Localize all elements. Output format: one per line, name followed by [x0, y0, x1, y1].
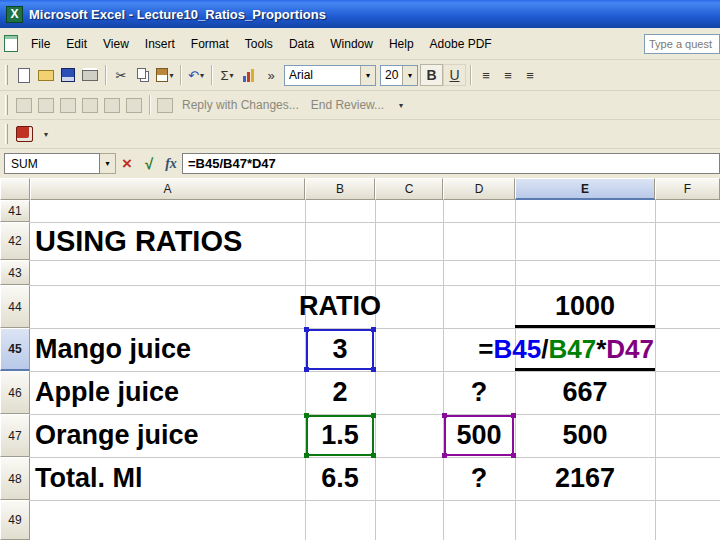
toolbar-grip[interactable] [5, 124, 8, 144]
cell-d48[interactable]: ? [443, 457, 515, 500]
row-header-43[interactable]: 43 [0, 260, 30, 285]
font-size-value: 20 [385, 68, 398, 82]
column-header-e[interactable]: E [515, 178, 655, 200]
column-header-a[interactable]: A [30, 178, 305, 200]
cell-e46[interactable]: 667 [515, 371, 655, 414]
underline-button[interactable]: U [443, 64, 466, 86]
row-header-48[interactable]: 48 [0, 457, 30, 500]
cell-a45[interactable]: Mango juice [32, 328, 304, 371]
cell-grid[interactable]: USING RATIOS RATIO 1000 Mango juice 3 =B… [30, 200, 720, 540]
font-name-combo[interactable]: Arial▾ [284, 65, 376, 86]
dropdown-icon: ▾ [105, 159, 109, 168]
show-comment-icon [82, 98, 98, 113]
type-question-box[interactable] [644, 34, 720, 54]
convert-to-pdf-button[interactable] [13, 123, 35, 145]
align-center-button[interactable]: ≡ [497, 64, 519, 86]
column-header-f[interactable]: F [655, 178, 720, 200]
reply-with-changes-button[interactable]: Reply with Changes... [176, 98, 305, 112]
bold-button[interactable]: B [420, 64, 443, 86]
review-dropdown[interactable]: ▾ [390, 94, 412, 116]
chart-wizard-button[interactable] [238, 64, 260, 86]
copy-button[interactable] [132, 64, 154, 86]
toolbar-separator [105, 65, 106, 85]
review-button-7[interactable] [154, 94, 176, 116]
menu-insert[interactable]: Insert [137, 33, 183, 55]
formula-input[interactable]: =B45/B47*D47 [182, 153, 720, 174]
cell-b48[interactable]: 6.5 [305, 457, 375, 500]
menu-data[interactable]: Data [281, 33, 322, 55]
worksheet-menu-icon[interactable] [4, 35, 18, 52]
name-box-dropdown[interactable]: ▾ [100, 153, 116, 174]
cell-b44[interactable]: RATIO [305, 285, 375, 328]
toolbar-separator [149, 95, 150, 115]
select-all-corner[interactable] [0, 178, 30, 200]
name-box[interactable]: SUM [4, 153, 100, 174]
row-header-45[interactable]: 45 [0, 328, 30, 371]
title-bar[interactable]: X Microsoft Excel - Lecture10_Ratios_Pro… [0, 0, 720, 28]
save-floppy-icon [61, 68, 75, 82]
formula-multiply: * [596, 334, 606, 365]
cell-a42[interactable]: USING RATIOS [32, 222, 352, 260]
font-size-combo[interactable]: 20▾ [380, 65, 418, 86]
menu-edit[interactable]: Edit [58, 33, 95, 55]
cell-d46[interactable]: ? [443, 371, 515, 414]
toolbar-grip[interactable] [5, 65, 8, 85]
menu-tools[interactable]: Tools [237, 33, 281, 55]
gridline [30, 500, 720, 501]
column-header-c[interactable]: C [375, 178, 443, 200]
menu-window[interactable]: Window [322, 33, 381, 55]
row-header-41[interactable]: 41 [0, 200, 30, 222]
cut-button[interactable]: ✂ [110, 64, 132, 86]
open-button[interactable] [35, 64, 57, 86]
column-header-b[interactable]: B [305, 178, 375, 200]
row-header-47[interactable]: 47 [0, 414, 30, 457]
adobe-pdf-icon [16, 126, 33, 142]
review-button-5[interactable] [101, 94, 123, 116]
cell-e44[interactable]: 1000 [515, 285, 655, 328]
undo-button[interactable]: ↶▾ [185, 64, 207, 86]
cell-e45-formula[interactable]: =B45/B47*D47 [440, 328, 654, 371]
end-review-button[interactable]: End Review... [305, 98, 390, 112]
standard-toolbar: ✂ ▾ ↶▾ Σ▾ » Arial▾ 20▾ B U ≡ ≡ ≡ [0, 60, 720, 91]
row-header-44[interactable]: 44 [0, 285, 30, 328]
cell-e47[interactable]: 500 [515, 414, 655, 457]
menu-format[interactable]: Format [183, 33, 237, 55]
column-header-d[interactable]: D [443, 178, 515, 200]
insert-function-button[interactable]: fx [161, 154, 181, 174]
toolbar-grip[interactable] [5, 95, 8, 115]
save-button[interactable] [57, 64, 79, 86]
cell-a47[interactable]: Orange juice [32, 414, 304, 457]
row-header-46[interactable]: 46 [0, 371, 30, 414]
menu-help[interactable]: Help [381, 33, 422, 55]
review-button-6[interactable] [123, 94, 145, 116]
cancel-button[interactable]: × [117, 154, 137, 174]
autosum-button[interactable]: Σ▾ [216, 64, 238, 86]
review-button-3[interactable] [57, 94, 79, 116]
cell-e48[interactable]: 2167 [515, 457, 655, 500]
row-header-42[interactable]: 42 [0, 222, 30, 260]
review-button-4[interactable] [79, 94, 101, 116]
paste-button[interactable]: ▾ [154, 64, 176, 86]
menu-adobe-pdf[interactable]: Adobe PDF [422, 33, 500, 55]
cell-b45[interactable]: 3 [305, 328, 375, 371]
more-buttons-chevron[interactable]: » [260, 64, 282, 86]
cell-a46[interactable]: Apple juice [32, 371, 304, 414]
toolbar-separator [470, 65, 471, 85]
menu-view[interactable]: View [95, 33, 137, 55]
menu-file[interactable]: File [23, 33, 58, 55]
cell-b46[interactable]: 2 [305, 371, 375, 414]
cell-b47[interactable]: 1.5 [305, 414, 375, 457]
chart-icon [243, 68, 255, 82]
mail-icon [126, 98, 142, 113]
row-header-49[interactable]: 49 [0, 500, 30, 540]
align-left-button[interactable]: ≡ [475, 64, 497, 86]
review-button-2[interactable] [35, 94, 57, 116]
new-button[interactable] [13, 64, 35, 86]
cell-a48[interactable]: Total. Ml [32, 457, 304, 500]
merge-center-button[interactable]: ≡ [519, 64, 541, 86]
review-button-1[interactable] [13, 94, 35, 116]
cell-d47[interactable]: 500 [443, 414, 515, 457]
pdf-toolbar-dropdown[interactable]: ▾ [35, 123, 57, 145]
print-button[interactable] [79, 64, 101, 86]
enter-button[interactable]: √ [139, 154, 159, 174]
